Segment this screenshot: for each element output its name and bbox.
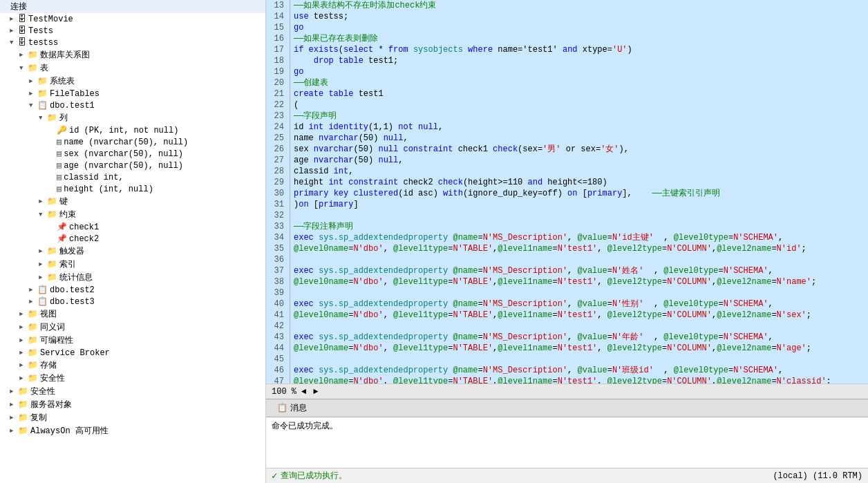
tree-item-indexes[interactable]: ►📁索引	[0, 258, 265, 271]
tree-item-servicebroker[interactable]: ►📁Service Broker	[0, 347, 265, 359]
tree-expand-tests[interactable]: ►	[10, 28, 18, 35]
code-line-14[interactable]: use testss;	[294, 11, 865, 22]
tree-expand-constraints[interactable]: ▼	[39, 211, 47, 218]
code-line-31[interactable]: )on [primary]	[294, 199, 865, 210]
tree-item-storage[interactable]: ►📁存储	[0, 359, 265, 372]
code-line-18[interactable]: drop table test1;	[294, 55, 865, 66]
tree-expand-triggers[interactable]: ►	[39, 248, 47, 255]
tree-item-filetables[interactable]: ►📁FileTables	[0, 88, 265, 100]
tree-expand-systables[interactable]: ►	[29, 78, 37, 85]
code-line-32[interactable]	[294, 210, 865, 221]
tree-item-tests[interactable]: ►🗄Tests	[0, 25, 265, 37]
code-line-30[interactable]: primary key clustered(id asc) with(ignor…	[294, 188, 865, 199]
code-line-29[interactable]: height int constraint check2 check(heigh…	[294, 177, 865, 188]
tree-item-check1[interactable]: 📌check1	[0, 221, 265, 233]
tree-expand-serverobjects[interactable]: ►	[10, 401, 18, 408]
tree-expand-dbotest3[interactable]: ►	[29, 299, 37, 305]
tree-item-col_height[interactable]: ▤height (int, null)	[0, 183, 265, 195]
tree-expand-keys[interactable]: ►	[39, 198, 47, 205]
tree-expand-servicebroker[interactable]: ►	[19, 350, 28, 357]
tree-expand-testss[interactable]: ▼	[10, 39, 18, 46]
tree-item-testss[interactable]: ▼🗄testss	[0, 37, 265, 48]
code-editor[interactable]: 1314151617181920212223242526272829303132…	[266, 0, 868, 383]
code-line-44[interactable]: @level0name=N'dbo', @level1type=N'TABLE'…	[294, 343, 865, 354]
tree-item-statistics[interactable]: ►📁统计信息	[0, 271, 265, 284]
zoom-increase[interactable]: ►	[311, 387, 320, 397]
tree-item-security[interactable]: ►📁安全性	[0, 372, 265, 385]
tree-item-constraints[interactable]: ▼📁约束	[0, 208, 265, 221]
code-line-36[interactable]	[294, 254, 865, 265]
tree-expand-replication[interactable]: ►	[10, 415, 18, 422]
tree-item-col_age[interactable]: ▤age (nvarchar(50), null)	[0, 160, 265, 171]
code-line-27[interactable]: age nvarchar(50) null,	[294, 155, 865, 166]
code-line-43[interactable]: exec sys.sp_addextendedproperty @name=N'…	[294, 332, 865, 343]
code-line-15[interactable]: go	[294, 22, 865, 33]
messages-tab[interactable]: 📋 消息	[272, 401, 312, 415]
tree-item-testmovie[interactable]: ►🗄TestMovie	[0, 13, 265, 25]
code-line-41[interactable]: @level0name=N'dbo', @level1type=N'TABLE'…	[294, 310, 865, 321]
code-line-45[interactable]	[294, 354, 865, 365]
tree-item-systables[interactable]: ►📁系统表	[0, 75, 265, 88]
tree-item-check2[interactable]: 📌check2	[0, 233, 265, 245]
code-line-23[interactable]: ——字段声明	[294, 111, 865, 122]
tree-item-security2[interactable]: ►📁安全性	[0, 385, 265, 398]
tree-item-col_name[interactable]: ▤name (nvarchar(50), null)	[0, 136, 265, 148]
tree-expand-programmability[interactable]: ►	[19, 337, 28, 344]
tree-expand-testmovie[interactable]: ►	[10, 16, 18, 23]
tree-expand-views[interactable]: ►	[19, 311, 28, 318]
tree-item-tables[interactable]: ▼📁表	[0, 61, 265, 75]
tree-expand-dbotest1[interactable]: ▼	[29, 102, 37, 109]
tree-expand-filetables[interactable]: ►	[29, 91, 37, 97]
code-line-16[interactable]: ——如果已存在表则删除	[294, 33, 865, 44]
tree-item-programmability[interactable]: ►📁可编程性	[0, 334, 265, 347]
tree-expand-security2[interactable]: ►	[10, 388, 18, 395]
code-line-37[interactable]: exec sys.sp_addextendedproperty @name=N'…	[294, 265, 865, 276]
tree-expand-alwayson[interactable]: ►	[10, 428, 18, 435]
tree-item-col_classid[interactable]: ▤classid int,	[0, 171, 265, 183]
tree-item-col_id[interactable]: 🔑id (PK, int, not null)	[0, 124, 265, 136]
code-line-40[interactable]: exec sys.sp_addextendedproperty @name=N'…	[294, 299, 865, 310]
tree-item-columns[interactable]: ▼📁列	[0, 111, 265, 124]
tree-expand-statistics[interactable]: ►	[39, 274, 47, 281]
code-line-38[interactable]: @level0name=N'dbo', @level1type=N'TABLE'…	[294, 276, 865, 287]
code-content[interactable]: ——如果表结构不存在时添加check约束use testss;go——如果已存在…	[290, 0, 868, 383]
code-line-13[interactable]: ——如果表结构不存在时添加check约束	[294, 0, 865, 11]
code-line-33[interactable]: ——字段注释声明	[294, 221, 865, 232]
tree-item-serverobjects[interactable]: ►📁服务器对象	[0, 398, 265, 411]
tree-expand-security[interactable]: ►	[19, 375, 28, 382]
code-line-25[interactable]: name nvarchar(50) null,	[294, 133, 865, 144]
code-line-21[interactable]: create table test1	[294, 88, 865, 100]
code-line-20[interactable]: ——创建表	[294, 77, 865, 88]
tree-expand-tables[interactable]: ▼	[19, 65, 28, 72]
zoom-decrease[interactable]: ◄	[299, 387, 308, 397]
tree-expand-indexes[interactable]: ►	[39, 261, 47, 268]
tree-expand-dbotest2[interactable]: ►	[29, 287, 37, 294]
code-line-46[interactable]: exec sys.sp_addextendedproperty @name=N'…	[294, 365, 865, 376]
code-line-35[interactable]: @level0name=N'dbo', @level1type=N'TABLE'…	[294, 243, 865, 254]
tree-expand-synonyms[interactable]: ►	[19, 324, 28, 331]
code-line-24[interactable]: id int identity(1,1) not null,	[294, 122, 865, 133]
tree-item-triggers[interactable]: ►📁触发器	[0, 245, 265, 258]
tree-item-connect[interactable]: 连接	[0, 0, 265, 13]
tree-item-views[interactable]: ►📁视图	[0, 307, 265, 321]
tree-item-synonyms[interactable]: ►📁同义词	[0, 321, 265, 334]
tree-item-keys[interactable]: ►📁键	[0, 195, 265, 208]
tree-item-replication[interactable]: ►📁复制	[0, 411, 265, 424]
code-line-28[interactable]: classid int,	[294, 166, 865, 177]
code-line-47[interactable]: @level0name=N'dbo', @level1type=N'TABLE'…	[294, 376, 865, 383]
code-line-22[interactable]: (	[294, 100, 865, 111]
code-line-17[interactable]: if exists(select * from sysobjects where…	[294, 44, 865, 55]
tree-expand-storage[interactable]: ►	[19, 362, 28, 369]
code-line-19[interactable]: go	[294, 66, 865, 77]
tree-expand-dbdiagram[interactable]: ►	[19, 52, 28, 59]
code-line-39[interactable]	[294, 287, 865, 299]
code-line-34[interactable]: exec sys.sp_addextendedproperty @name=N'…	[294, 232, 865, 243]
tree-item-dbotest2[interactable]: ►📋dbo.test2	[0, 284, 265, 296]
tree-item-col_sex[interactable]: ▤sex (nvarchar(50), null)	[0, 148, 265, 160]
tree-item-alwayson[interactable]: ►📁AlwaysOn 高可用性	[0, 424, 265, 437]
tree-item-dbdiagram[interactable]: ►📁数据库关系图	[0, 48, 265, 61]
code-line-42[interactable]	[294, 321, 865, 332]
code-line-26[interactable]: sex nvarchar(50) null constraint check1 …	[294, 144, 865, 155]
tree-expand-columns[interactable]: ▼	[39, 115, 47, 122]
tree-item-dbotest1[interactable]: ▼📋dbo.test1	[0, 100, 265, 111]
